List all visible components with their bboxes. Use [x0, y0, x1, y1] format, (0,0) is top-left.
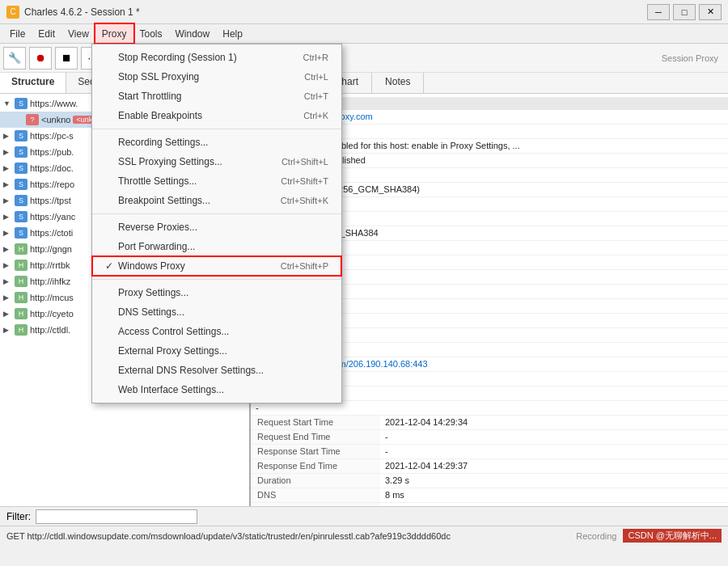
tree-item-text: https://www.	[30, 99, 78, 108]
menu-file[interactable]: File	[3, 24, 32, 43]
menu-help[interactable]: Help	[216, 24, 249, 43]
tree-type-icon: H	[15, 324, 28, 336]
menu-item-shortcut: Ctrl+Shift+L	[281, 157, 328, 167]
filter-bar: Filter:	[0, 506, 728, 526]
proxy-menu-item[interactable]: Access Control Settings...	[92, 322, 341, 341]
menu-view[interactable]: View	[61, 24, 95, 43]
proxy-menu-item[interactable]: Recording Settings...	[92, 133, 341, 152]
menu-item-shortcut: Ctrl+Shift+K	[281, 196, 328, 205]
summary-row: DNS8 ms	[251, 488, 728, 503]
proxy-menu-item[interactable]: Reverse Proxies...	[92, 218, 341, 237]
proxy-menu-item[interactable]: Start ThrottlingCtrl+T	[92, 87, 341, 106]
menu-item-label: Start Throttling	[118, 91, 304, 102]
tree-item-text: https://tpst	[30, 196, 71, 205]
proxy-menu-item[interactable]: Throttle Settings...Ctrl+Shift+T	[92, 171, 341, 191]
menu-item-label: Windows Proxy	[118, 260, 281, 272]
tree-type-icon: ?	[26, 114, 39, 125]
proxy-menu-item[interactable]: External DNS Resolver Settings...	[92, 361, 341, 380]
menu-tools[interactable]: Tools	[133, 24, 169, 43]
tree-expand-icon: ▶	[3, 310, 15, 318]
title-text: Charles 4.6.2 - Session 1 *	[24, 6, 647, 18]
menu-item-shortcut: Ctrl+R	[303, 53, 328, 62]
summary-label: Connect	[251, 503, 380, 506]
tree-type-icon: H	[15, 292, 28, 303]
window-controls: ─ □ ✕	[647, 4, 722, 20]
tree-expand-icon: ▶	[3, 132, 15, 140]
close-button[interactable]: ✕	[699, 4, 722, 20]
menu-item-label: Web Interface Settings...	[118, 384, 328, 395]
toolbar-stop-btn[interactable]: ⏹	[55, 47, 78, 70]
status-url: GET http://ctldl.windowsupdate.com/msdow…	[6, 531, 566, 541]
proxy-menu-item[interactable]: Enable BreakpointsCtrl+K	[92, 106, 341, 125]
csdn-badge: CSDN @无聊解析中...	[623, 529, 722, 543]
menu-item-shortcut: Ctrl+K	[303, 111, 328, 120]
summary-row: Request Start Time2021-12-04 14:29:34	[251, 416, 728, 430]
tree-item-text: <unkno	[41, 115, 70, 125]
tree-item-text: http://mcus	[30, 293, 74, 302]
proxy-menu-item[interactable]: ✓Windows ProxyCtrl+Shift+P	[92, 256, 341, 276]
menu-item-shortcut: Ctrl+L	[304, 72, 328, 82]
summary-value: 3.29 s	[380, 474, 728, 488]
menu-item-shortcut: Ctrl+Shift+T	[281, 176, 328, 186]
menu-item-label: SSL Proxying Settings...	[118, 156, 281, 167]
app-icon: C	[6, 6, 19, 19]
proxy-dropdown-menu: Stop Recording (Session 1)Ctrl+RStop SSL…	[91, 44, 342, 403]
tree-type-icon: S	[15, 179, 28, 190]
tree-type-icon: S	[15, 130, 28, 142]
tree-expand-icon: ▶	[3, 196, 15, 205]
summary-row: Response End Time2021-12-04 14:29:37	[251, 459, 728, 474]
proxy-menu-item[interactable]: Proxy Settings...	[92, 283, 341, 302]
title-bar: C Charles 4.6.2 - Session 1 * ─ □ ✕	[0, 0, 728, 24]
tab-structure[interactable]: Structure	[0, 73, 66, 93]
summary-row: Response Start Time-	[251, 445, 728, 459]
menu-item-shortcut: Ctrl+T	[304, 91, 328, 101]
summary-value: -	[380, 430, 728, 444]
minimize-button[interactable]: ─	[647, 4, 670, 20]
menu-item-label: External Proxy Settings...	[118, 345, 328, 357]
proxy-menu-item[interactable]: Port Forwarding...	[92, 237, 341, 256]
tree-expand-icon: ▶	[3, 245, 15, 253]
menu-item-label: Stop Recording (Session 1)	[118, 52, 303, 63]
proxy-menu-group: Proxy Settings...DNS Settings...Access C…	[92, 280, 341, 403]
tree-type-icon: S	[15, 163, 28, 174]
menu-item-label: External DNS Resolver Settings...	[118, 365, 328, 376]
tree-expand-icon: ▶	[3, 294, 15, 302]
toolbar-record-btn[interactable]: ⏺	[29, 47, 52, 70]
proxy-menu-item[interactable]: Breakpoint Settings...Ctrl+Shift+K	[92, 191, 341, 210]
summary-value: 192 ms	[380, 503, 728, 506]
tree-item-text: http://cyeto	[30, 309, 74, 319]
summary-value: 2021-12-04 14:29:37	[380, 459, 728, 473]
proxy-menu-item[interactable]: DNS Settings...	[92, 302, 341, 322]
proxy-menu-item[interactable]: External Proxy Settings...	[92, 341, 341, 361]
tree-item-text: https://doc.	[30, 163, 74, 173]
proxy-menu-item[interactable]: Stop SSL ProxyingCtrl+L	[92, 67, 341, 87]
proxy-menu-item[interactable]: SSL Proxying Settings...Ctrl+Shift+L	[92, 152, 341, 171]
summary-row: Request End Time-	[251, 430, 728, 445]
toolbar-tool-btn[interactable]: 🔧	[3, 47, 26, 70]
tree-type-icon: H	[15, 260, 28, 271]
menu-item-label: Throttle Settings...	[118, 175, 281, 187]
proxy-menu-group: Stop Recording (Session 1)Ctrl+RStop SSL…	[92, 44, 341, 129]
tree-item-text: https://yanc	[30, 212, 75, 222]
tree-type-icon: H	[15, 308, 28, 319]
summary-row: Duration3.29 s	[251, 474, 728, 488]
tree-item-text: https://repo	[30, 180, 74, 189]
tree-expand-icon: ▶	[3, 213, 15, 221]
menu-edit[interactable]: Edit	[32, 24, 61, 43]
proxy-menu-item[interactable]: Stop Recording (Session 1)Ctrl+R	[92, 48, 341, 67]
maximize-button[interactable]: □	[673, 4, 696, 20]
menu-item-label: Breakpoint Settings...	[118, 195, 281, 206]
menu-proxy[interactable]: Proxy	[95, 24, 133, 43]
tree-type-icon: S	[15, 227, 28, 239]
menu-bar: File Edit View Proxy Tools Window Help	[0, 24, 728, 44]
menu-item-label: Enable Breakpoints	[118, 110, 303, 121]
summary-label: Request Start Time	[251, 416, 380, 429]
menu-item-label: Reverse Proxies...	[118, 222, 328, 233]
tab-notes[interactable]: Notes	[372, 73, 424, 93]
menu-window[interactable]: Window	[169, 24, 217, 43]
tree-expand-icon: ▼	[3, 99, 15, 108]
tree-type-icon: S	[15, 211, 28, 222]
proxy-menu-item[interactable]: Web Interface Settings...	[92, 380, 341, 399]
tree-item-text: https://pc-s	[30, 131, 74, 141]
filter-input[interactable]	[36, 509, 197, 524]
